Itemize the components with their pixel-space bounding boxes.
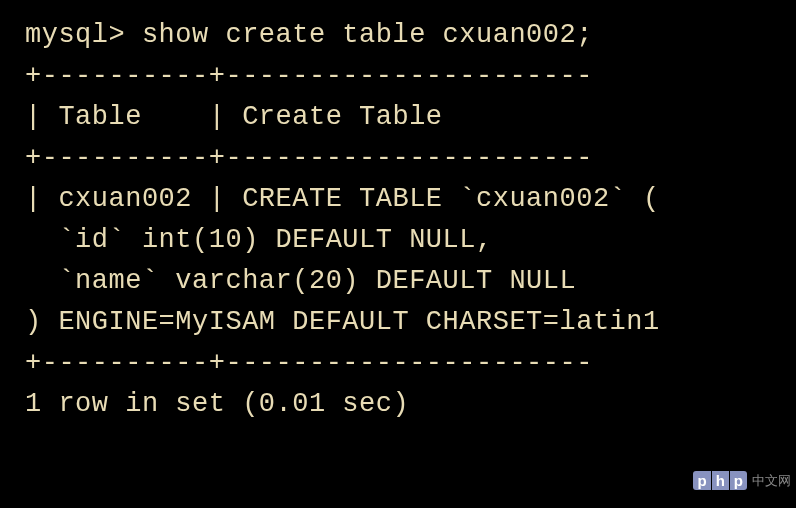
- terminal-line: +----------+----------------------: [25, 61, 593, 91]
- terminal-line: | Table | Create Table: [25, 102, 443, 132]
- php-logo-icon: php: [693, 471, 747, 490]
- terminal-line: 1 row in set (0.01 sec): [25, 389, 409, 419]
- terminal-line: +----------+----------------------: [25, 143, 593, 173]
- terminal-line: `name` varchar(20) DEFAULT NULL: [25, 266, 576, 296]
- terminal-line: mysql> show create table cxuan002;: [25, 20, 593, 50]
- terminal-line: ) ENGINE=MyISAM DEFAULT CHARSET=latin1: [25, 307, 660, 337]
- terminal-line: | cxuan002 | CREATE TABLE `cxuan002` (: [25, 184, 660, 214]
- terminal-line: `id` int(10) DEFAULT NULL,: [25, 225, 493, 255]
- terminal-output: mysql> show create table cxuan002; +----…: [0, 0, 796, 440]
- watermark: php 中文网: [693, 471, 791, 490]
- watermark-text: 中文网: [752, 472, 791, 490]
- terminal-line: +----------+----------------------: [25, 348, 593, 378]
